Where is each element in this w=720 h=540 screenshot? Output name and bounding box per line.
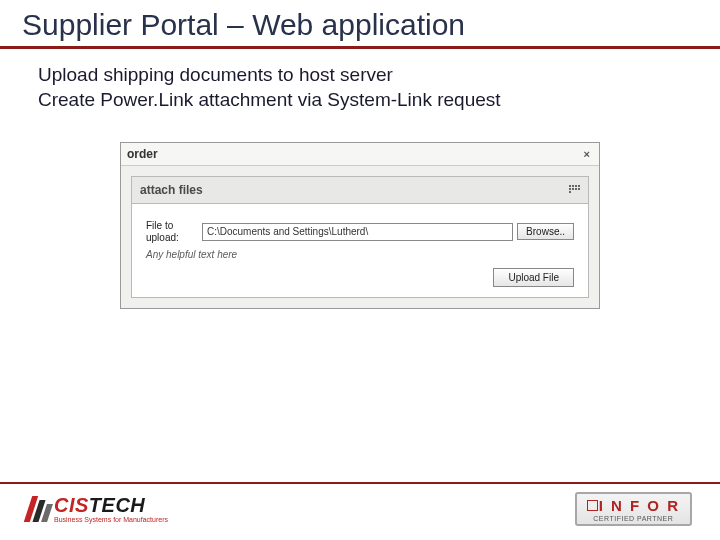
attach-panel-header: attach files bbox=[131, 176, 589, 204]
file-row: File to upload: Browse.. bbox=[146, 220, 574, 243]
infor-subtitle: CERTIFIED PARTNER bbox=[587, 515, 680, 522]
hint-text: Any helpful text here bbox=[146, 249, 574, 260]
attach-panel-title: attach files bbox=[140, 183, 203, 197]
bullet-list: Upload shipping documents to host server… bbox=[0, 63, 720, 112]
cistech-mark-icon bbox=[28, 496, 50, 522]
bullet-item: Create Power.Link attachment via System-… bbox=[38, 88, 720, 113]
attach-panel-body: File to upload: Browse.. Any helpful tex… bbox=[131, 204, 589, 298]
cistech-tagline: Business Systems for Manufacturers bbox=[54, 516, 168, 523]
grid-icon[interactable] bbox=[568, 184, 580, 196]
browse-button[interactable]: Browse.. bbox=[517, 223, 574, 240]
file-label: File to upload: bbox=[146, 220, 202, 243]
close-icon[interactable]: × bbox=[581, 148, 593, 160]
dialog-title: order bbox=[127, 147, 158, 161]
cistech-logo: CISTECH Business Systems for Manufacture… bbox=[28, 495, 168, 523]
slide-footer: CISTECH Business Systems for Manufacture… bbox=[0, 482, 720, 526]
infor-name: I N F O R bbox=[587, 497, 680, 514]
cistech-name: CISTECH bbox=[54, 495, 168, 515]
bullet-item: Upload shipping documents to host server bbox=[38, 63, 720, 88]
file-path-input[interactable] bbox=[202, 223, 513, 241]
infor-badge: I N F O R CERTIFIED PARTNER bbox=[575, 492, 692, 526]
slide-title: Supplier Portal – Web application bbox=[0, 0, 720, 49]
upload-button[interactable]: Upload File bbox=[493, 268, 574, 287]
upload-dialog: order × attach files File to upload: Bro… bbox=[120, 142, 600, 309]
dialog-titlebar: order × bbox=[121, 143, 599, 166]
